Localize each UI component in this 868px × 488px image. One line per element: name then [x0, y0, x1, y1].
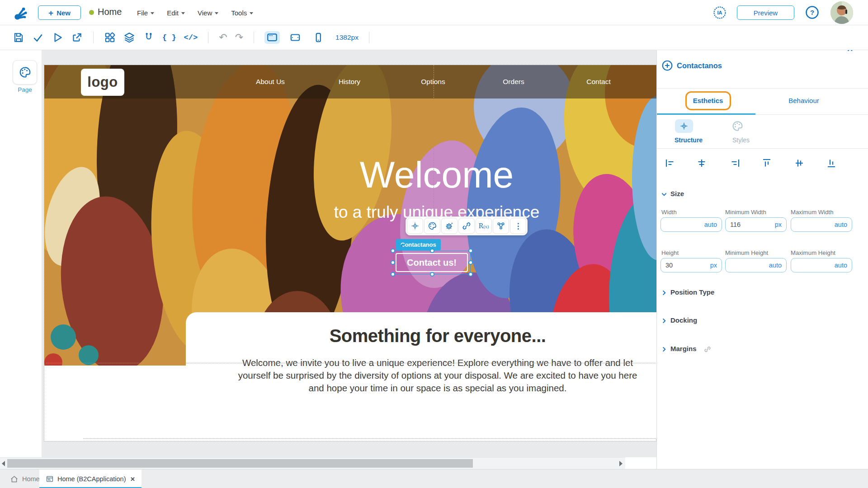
tab-home-b2capplication[interactable]: Home (B2CApplication) ✕	[39, 469, 142, 488]
nav-history[interactable]: History	[339, 78, 360, 86]
subtab-styles-label[interactable]: Styles	[732, 136, 750, 144]
expressions-button[interactable]: { }	[162, 33, 176, 42]
scroll-right-arrow-icon[interactable]	[619, 461, 623, 466]
run-button[interactable]	[52, 32, 63, 43]
horizontal-scrollbar[interactable]	[0, 457, 625, 469]
undo-button[interactable]: ↶	[219, 33, 227, 42]
align-center-vertical-icon[interactable]	[794, 158, 804, 168]
docking-section-header[interactable]: Docking	[670, 316, 697, 324]
subtab-structure[interactable]	[675, 119, 693, 133]
site-logo[interactable]: logo	[81, 69, 124, 96]
hero-title: Welcome	[360, 154, 514, 196]
new-button[interactable]: + New	[38, 5, 81, 20]
width-input[interactable]: auto	[660, 217, 722, 232]
resize-handle[interactable]	[391, 272, 395, 277]
publish-button[interactable]	[71, 32, 83, 43]
more-options-button[interactable]: ⋮	[510, 218, 526, 234]
field-label: Minimum Height	[725, 249, 768, 256]
field-label: Minimum Width	[725, 209, 766, 216]
align-right-icon[interactable]	[730, 158, 740, 168]
menu-tools[interactable]: Tools	[231, 9, 253, 17]
preview-button[interactable]: Preview	[737, 5, 794, 20]
contact-us-button[interactable]: Contact us!	[396, 253, 468, 272]
tab-behaviour[interactable]: Behaviour	[788, 97, 819, 104]
max-width-input[interactable]: auto	[791, 217, 852, 232]
scrollbar-thumb[interactable]	[7, 459, 473, 468]
align-center-horizontal-icon[interactable]	[697, 158, 707, 168]
resize-handle[interactable]	[468, 260, 473, 265]
align-top-icon[interactable]	[762, 158, 772, 168]
position-type-section-header[interactable]: Position Type	[670, 288, 714, 296]
chevron-right-icon[interactable]	[660, 346, 668, 353]
subtab-structure-label[interactable]: Structure	[675, 136, 703, 144]
active-tab-underline	[657, 113, 755, 115]
help-icon[interactable]: ?	[805, 5, 819, 19]
rename-expression-button[interactable]: R(x)	[476, 218, 492, 234]
close-tab-icon[interactable]: ✕	[130, 476, 135, 483]
styles-tool-button[interactable]	[424, 218, 440, 234]
content-section-card[interactable]: Something for everyone... Welcome, we in…	[186, 312, 657, 439]
divider	[657, 88, 868, 89]
home-icon	[10, 475, 19, 483]
save-button[interactable]	[13, 32, 24, 43]
resize-handle[interactable]	[468, 249, 473, 253]
resize-handle[interactable]	[430, 249, 434, 253]
resize-handle[interactable]	[391, 260, 395, 265]
ia-badge-icon[interactable]: IA	[713, 6, 726, 19]
chain-link-icon[interactable]	[703, 345, 712, 354]
nav-orders[interactable]: Orders	[503, 78, 524, 86]
min-width-input[interactable]: px	[725, 217, 787, 232]
scroll-left-arrow-icon[interactable]	[2, 461, 5, 466]
structure-tool-button[interactable]	[407, 218, 423, 234]
user-avatar[interactable]	[830, 1, 853, 24]
redo-button[interactable]: ↷	[235, 33, 243, 42]
max-height-input[interactable]: auto	[791, 258, 852, 272]
section-paragraph-line: and hope your time in our space is as sp…	[309, 383, 567, 394]
chevron-down-icon[interactable]	[660, 191, 668, 198]
nav-about-us[interactable]: About Us	[256, 78, 285, 86]
field-label: Maximum Height	[791, 249, 835, 256]
nav-options[interactable]: Options	[421, 78, 445, 86]
height-input[interactable]: px	[660, 258, 722, 272]
link-tool-button[interactable]	[458, 218, 475, 234]
verify-button[interactable]	[32, 32, 44, 43]
min-height-input[interactable]: auto	[725, 258, 787, 272]
kebab-icon: ⋮	[514, 221, 522, 231]
margins-section-header[interactable]: Margins	[670, 345, 697, 352]
add-icon[interactable]	[661, 60, 673, 71]
page-tool-button[interactable]	[13, 60, 37, 84]
divider	[93, 32, 94, 43]
layers-button[interactable]	[123, 32, 135, 43]
align-left-icon[interactable]	[665, 158, 675, 168]
canvas-page[interactable]: logo About Us History Options Orders Con…	[44, 65, 656, 441]
chevron-right-icon[interactable]	[660, 289, 668, 296]
palette-icon	[428, 221, 437, 230]
divider	[208, 32, 208, 43]
menu-edit[interactable]: Edit	[167, 9, 185, 17]
page-doc-icon	[46, 475, 54, 483]
unit-suffix: auto	[835, 262, 847, 269]
device-phone-button[interactable]	[311, 31, 326, 44]
resize-handle[interactable]	[430, 272, 434, 277]
canvas-width-value: 1382px	[335, 33, 359, 42]
nav-contact[interactable]: Contact	[586, 78, 610, 86]
resize-handle[interactable]	[468, 272, 473, 277]
menu-file[interactable]: File	[137, 9, 154, 17]
processes-button[interactable]	[143, 32, 155, 43]
code-button[interactable]: </>	[184, 33, 198, 42]
settings-tool-button[interactable]	[441, 218, 458, 234]
share-tool-button[interactable]	[493, 218, 509, 234]
resize-handle[interactable]	[391, 249, 395, 253]
subtab-styles palette-icon[interactable]	[731, 120, 743, 132]
widgets-button[interactable]	[104, 32, 116, 43]
page-tool-label: Page	[0, 86, 50, 93]
palette-icon	[19, 66, 31, 79]
selected-widget-breadcrumb[interactable]: ‹ Contactanos	[396, 239, 441, 250]
device-tablet-button[interactable]	[288, 31, 303, 44]
align-bottom-icon[interactable]	[826, 158, 836, 168]
device-desktop-button[interactable]	[264, 31, 280, 44]
menu-view[interactable]: View	[198, 9, 218, 17]
chevron-right-icon[interactable]	[660, 317, 668, 324]
size-section-header[interactable]: Size	[670, 190, 684, 197]
tab-label: Home	[22, 475, 40, 483]
